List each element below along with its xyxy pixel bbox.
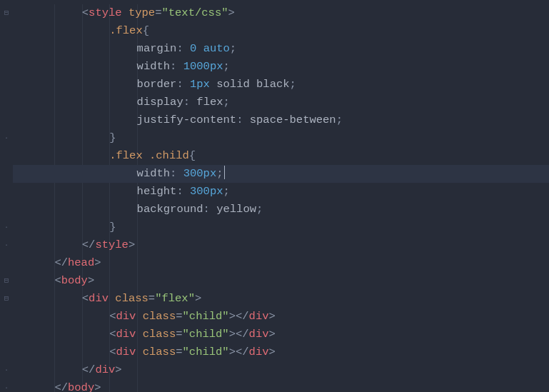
code-line[interactable]: <div class="child"></div> xyxy=(13,343,549,361)
code-token: 1px xyxy=(190,78,210,91)
code-token: background xyxy=(137,203,203,216)
code-line[interactable]: border: 1px solid black; xyxy=(13,76,549,94)
code-token: > xyxy=(229,328,236,341)
code-line[interactable]: <div class="flex"> xyxy=(13,290,549,308)
code-line[interactable]: </head> xyxy=(13,254,549,272)
code-token: flex xyxy=(196,96,223,109)
code-editor[interactable]: ⊟···⊟⊟·· <style type="text/css">.flex{ma… xyxy=(0,0,549,392)
code-token: </ xyxy=(236,310,249,323)
code-token: > xyxy=(88,274,94,287)
fold-marker xyxy=(0,343,13,361)
fold-marker xyxy=(0,326,13,343)
code-token: div xyxy=(116,310,136,323)
code-token: : xyxy=(176,42,190,55)
code-token xyxy=(136,346,142,358)
code-token: height xyxy=(137,185,177,198)
code-token: : xyxy=(176,78,190,91)
code-line[interactable]: <div class="child"></div> xyxy=(13,308,549,326)
code-token: auto xyxy=(203,42,230,55)
fold-marker: · xyxy=(0,361,13,379)
code-token: space-between xyxy=(250,114,336,126)
code-line[interactable]: justify-content: space-between; xyxy=(13,111,549,129)
code-token: 1000px xyxy=(183,60,223,73)
code-token xyxy=(136,328,142,341)
code-line[interactable]: } xyxy=(13,218,549,236)
code-token: "child" xyxy=(183,346,229,358)
code-line[interactable]: } xyxy=(13,129,549,147)
code-token: 300px xyxy=(190,185,223,198)
fold-marker[interactable]: ⊟ xyxy=(0,290,13,308)
code-token: < xyxy=(109,346,116,358)
code-token: > xyxy=(269,328,276,341)
code-token: "text/css" xyxy=(161,6,228,19)
code-line[interactable]: width: 1000px; xyxy=(13,58,549,76)
code-token: head xyxy=(68,256,94,269)
fold-marker xyxy=(0,308,13,326)
code-line[interactable]: </div> xyxy=(13,361,549,379)
code-token: div xyxy=(89,292,109,305)
code-token: class xyxy=(143,346,176,358)
code-line[interactable]: <div class="child"></div> xyxy=(13,326,549,343)
code-token: yellow xyxy=(216,203,256,216)
code-line[interactable]: <style type="text/css"> xyxy=(13,4,549,22)
code-token: </ xyxy=(54,256,68,269)
code-token xyxy=(143,149,149,162)
code-token: { xyxy=(143,24,149,37)
code-token: </ xyxy=(236,328,249,341)
code-line[interactable]: margin: 0 auto; xyxy=(13,40,549,58)
fold-marker xyxy=(0,254,13,272)
fold-marker xyxy=(0,183,13,201)
code-token: > xyxy=(229,346,236,358)
fold-marker xyxy=(0,201,13,218)
code-line[interactable]: display: flex; xyxy=(13,94,549,111)
code-token: ; xyxy=(223,185,230,198)
code-token: < xyxy=(109,310,116,323)
code-token xyxy=(122,6,129,19)
code-line[interactable]: width: 300px; xyxy=(13,165,549,183)
code-token: "child" xyxy=(183,310,229,323)
code-token: div xyxy=(116,328,136,341)
code-token: ; xyxy=(256,203,263,216)
code-line[interactable]: </body> xyxy=(13,379,549,392)
code-token: > xyxy=(269,346,276,358)
code-line[interactable]: height: 300px; xyxy=(13,183,549,201)
code-token: style xyxy=(95,238,129,251)
fold-marker[interactable]: ⊟ xyxy=(0,4,13,22)
code-token: < xyxy=(82,292,89,305)
fold-marker xyxy=(0,94,13,111)
code-line[interactable]: background: yellow; xyxy=(13,201,549,218)
fold-marker[interactable]: ⊟ xyxy=(0,272,13,290)
code-token: body xyxy=(68,381,94,392)
fold-marker xyxy=(0,40,13,58)
fold-marker: · xyxy=(0,218,13,236)
code-token: div xyxy=(249,346,269,358)
fold-marker xyxy=(0,111,13,129)
code-token xyxy=(136,310,142,323)
fold-marker: · xyxy=(0,236,13,254)
code-token: ; xyxy=(223,96,230,109)
code-token: margin xyxy=(137,42,177,55)
code-line[interactable]: .flex{ xyxy=(13,22,549,40)
code-token: : xyxy=(170,60,183,73)
fold-marker xyxy=(0,147,13,165)
code-token: 0 xyxy=(190,42,196,55)
code-token: > xyxy=(94,381,101,392)
code-token: ; xyxy=(290,78,296,91)
code-token: : xyxy=(203,203,217,216)
code-line[interactable]: </style> xyxy=(13,236,549,254)
code-token: 300px xyxy=(183,167,217,180)
code-token: </ xyxy=(236,346,249,358)
code-token: body xyxy=(61,274,88,287)
code-token: "flex" xyxy=(155,292,195,305)
code-line[interactable]: .flex .child{ xyxy=(13,147,549,165)
code-token: class xyxy=(143,310,176,323)
code-token: </ xyxy=(82,363,96,376)
code-area[interactable]: <style type="text/css">.flex{margin: 0 a… xyxy=(13,0,549,392)
code-token: < xyxy=(109,328,116,341)
code-line[interactable]: <body> xyxy=(13,272,549,290)
code-token: justify-content xyxy=(137,114,237,126)
code-token: : xyxy=(183,96,197,109)
code-token: .flex xyxy=(109,24,143,37)
code-token: = xyxy=(176,346,182,358)
code-token: display xyxy=(137,96,183,109)
